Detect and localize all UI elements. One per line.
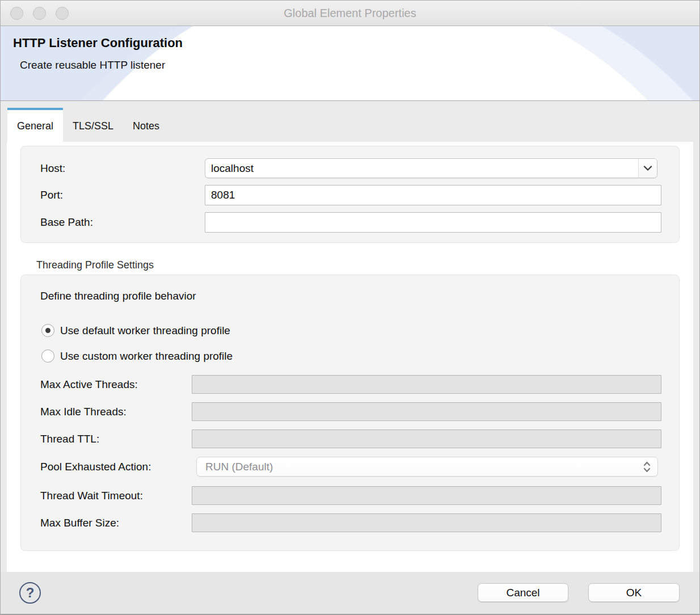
- threading-profile-group: Define threading profile behavior Use de…: [20, 275, 680, 551]
- chevron-up-down-icon: [643, 461, 651, 473]
- cancel-button-label: Cancel: [506, 587, 539, 599]
- title-bar[interactable]: Global Element Properties: [1, 1, 699, 26]
- page-title: HTTP Listener Configuration: [1, 26, 699, 50]
- threading-description: Define threading profile behavior: [40, 290, 661, 302]
- traffic-lights: [10, 7, 69, 20]
- minimize-window-icon[interactable]: [33, 7, 46, 20]
- footer-buttons: Cancel OK: [478, 583, 680, 602]
- port-label: Port:: [40, 189, 205, 201]
- thread-wait-timeout-input: [192, 486, 661, 505]
- page-subtitle: Create reusable HTTP listener: [1, 50, 699, 71]
- ok-button-label: OK: [626, 587, 642, 599]
- host-combobox: [205, 158, 657, 178]
- max-idle-threads-row: Max Idle Threads:: [40, 402, 661, 421]
- host-input[interactable]: [205, 159, 638, 178]
- port-row: Port:: [40, 185, 661, 205]
- host-row: Host:: [40, 158, 661, 178]
- max-buffer-size-label: Max Buffer Size:: [40, 517, 192, 529]
- cancel-button[interactable]: Cancel: [478, 583, 568, 602]
- window-title: Global Element Properties: [1, 7, 699, 20]
- max-active-threads-input: [192, 375, 661, 394]
- base-path-input[interactable]: [205, 212, 661, 233]
- pool-exhausted-action-row: Pool Exhausted Action: RUN (Default): [40, 457, 661, 477]
- max-idle-threads-input: [192, 402, 661, 421]
- custom-threading-radio[interactable]: [41, 349, 54, 363]
- pool-exhausted-action-select: RUN (Default): [196, 457, 658, 477]
- connection-settings-group: Host: Port: Base Path:: [20, 146, 680, 243]
- close-window-icon[interactable]: [10, 7, 23, 20]
- ok-button[interactable]: OK: [588, 583, 680, 602]
- max-buffer-size-input: [192, 513, 661, 532]
- tab-notes[interactable]: Notes: [123, 108, 169, 142]
- pool-exhausted-action-label: Pool Exhausted Action:: [40, 461, 192, 473]
- custom-threading-radio-row[interactable]: Use custom worker threading profile: [41, 349, 661, 363]
- host-dropdown-button[interactable]: [638, 159, 657, 178]
- tab-notes-label: Notes: [133, 120, 159, 132]
- custom-threading-radio-label: Use custom worker threading profile: [60, 350, 233, 363]
- zoom-window-icon[interactable]: [56, 7, 69, 20]
- tab-content-general: Host: Port: Base Path: T: [7, 142, 693, 572]
- help-icon[interactable]: ?: [19, 582, 41, 604]
- select-arrows: [640, 461, 653, 473]
- pool-exhausted-action-value: RUN (Default): [205, 461, 640, 473]
- base-path-label: Base Path:: [40, 216, 205, 229]
- max-idle-threads-label: Max Idle Threads:: [40, 406, 192, 418]
- default-threading-radio-label: Use default worker threading profile: [60, 325, 230, 337]
- tab-bar: General TLS/SSL Notes: [1, 101, 699, 142]
- default-threading-radio[interactable]: [41, 324, 54, 337]
- chevron-down-icon: [643, 166, 652, 171]
- tab-tls-ssl-label: TLS/SSL: [73, 120, 113, 132]
- help-glyph: ?: [26, 585, 35, 601]
- global-element-properties-dialog: Global Element Properties HTTP Listener …: [0, 0, 700, 615]
- tab-general-label: General: [17, 120, 53, 132]
- tab-general[interactable]: General: [7, 108, 63, 142]
- host-label: Host:: [40, 162, 205, 175]
- max-buffer-size-row: Max Buffer Size:: [40, 513, 661, 532]
- thread-wait-timeout-label: Thread Wait Timeout:: [40, 490, 192, 502]
- thread-ttl-label: Thread TTL:: [40, 433, 192, 445]
- thread-wait-timeout-row: Thread Wait Timeout:: [40, 486, 661, 505]
- max-active-threads-label: Max Active Threads:: [40, 378, 192, 391]
- thread-ttl-input: [192, 429, 661, 448]
- dialog-footer: ? Cancel OK: [1, 572, 699, 614]
- wizard-banner: HTTP Listener Configuration Create reusa…: [1, 26, 699, 101]
- tab-tls-ssl[interactable]: TLS/SSL: [63, 108, 123, 142]
- threading-profile-section-title: Threading Profile Settings: [36, 259, 693, 271]
- default-threading-radio-row[interactable]: Use default worker threading profile: [41, 324, 661, 337]
- port-input[interactable]: [205, 185, 661, 205]
- base-path-row: Base Path:: [40, 212, 661, 233]
- max-active-threads-row: Max Active Threads:: [40, 375, 661, 394]
- thread-ttl-row: Thread TTL:: [40, 429, 661, 448]
